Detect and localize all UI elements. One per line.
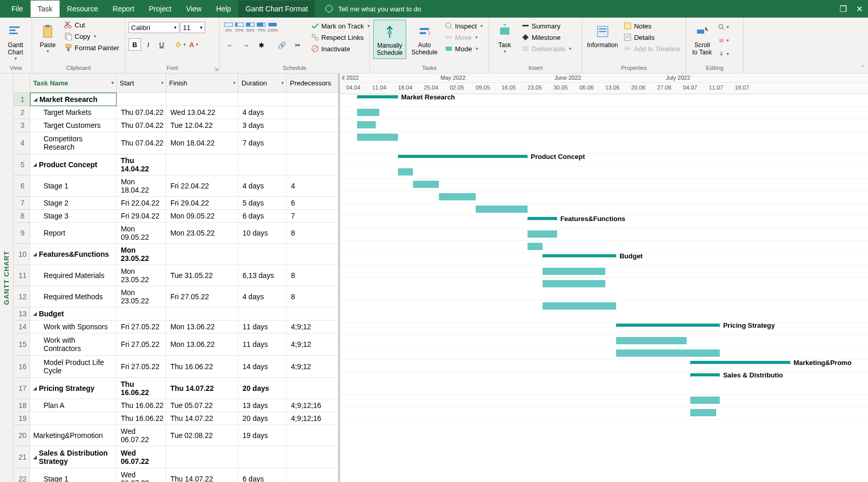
cell-start[interactable]: Fri 27.05.22 — [117, 333, 166, 356]
select-all-header[interactable] — [13, 74, 30, 93]
cell-pred[interactable] — [287, 446, 338, 469]
summary-button[interactable]: Summary — [519, 21, 574, 31]
cell-task-name[interactable]: Required Materials — [30, 265, 117, 286]
cell-dur[interactable]: 19 days — [238, 425, 287, 446]
column-task-name[interactable]: Task Name▾ — [30, 74, 117, 93]
cell-start[interactable]: Thu 14.04.22 — [117, 154, 166, 176]
row-number[interactable]: 12 — [13, 286, 30, 308]
cell-task-name[interactable]: Target Markets — [30, 106, 117, 119]
gantt-task-bar[interactable] — [543, 268, 605, 275]
table-row[interactable]: 13◢Budget — [13, 308, 338, 320]
table-row[interactable]: 21◢Sales & Distribution StrategyWed 06.0… — [13, 446, 338, 469]
cell-dur[interactable] — [238, 244, 287, 265]
cell-start[interactable] — [117, 93, 166, 106]
row-number[interactable]: 19 — [13, 412, 30, 425]
row-number[interactable]: 18 — [13, 399, 30, 412]
cell-finish[interactable] — [166, 154, 238, 176]
cell-start[interactable]: Wed 06.07.22 — [117, 469, 166, 482]
tab-file[interactable]: File — [4, 1, 31, 17]
cell-dur[interactable]: 4 days — [238, 106, 287, 119]
row-number[interactable]: 13 — [13, 308, 30, 320]
column-predecessors[interactable]: Predecessors — [287, 74, 338, 93]
notes-button[interactable]: Notes — [621, 21, 682, 31]
table-row[interactable]: 15Work with ContractorsFri 27.05.22Mon 1… — [13, 333, 338, 356]
cell-pred[interactable]: 4;9;12 — [287, 320, 338, 333]
bold-button[interactable]: B — [129, 38, 141, 51]
cell-finish[interactable]: Tue 05.07.22 — [166, 399, 238, 412]
cell-task-name[interactable]: ◢Product Concept — [30, 154, 117, 176]
cell-start[interactable]: Fri 27.05.22 — [117, 320, 166, 333]
table-row[interactable]: 12Required MethodsMon 23.05.22Fri 27.05.… — [13, 286, 338, 308]
cell-start[interactable] — [117, 308, 166, 320]
table-row[interactable]: 3Target CustomersThu 07.04.22Tue 12.04.2… — [13, 119, 338, 132]
cell-dur[interactable]: 4 days — [238, 176, 287, 197]
cell-pred[interactable]: 4;9;12 — [287, 356, 338, 378]
row-number[interactable]: 15 — [13, 333, 30, 356]
cell-task-name[interactable]: ◢Pricing Strategy — [30, 378, 117, 399]
cell-pred[interactable]: 4 — [287, 176, 338, 197]
row-number[interactable]: 8 — [13, 210, 30, 223]
table-row[interactable]: 9ReportMon 09.05.22Mon 23.05.2210 days8 — [13, 223, 338, 244]
tab-view[interactable]: View — [179, 1, 209, 17]
milestone-button[interactable]: Milestone — [519, 32, 574, 42]
cell-finish[interactable] — [166, 244, 238, 265]
cell-dur[interactable]: 3 days — [238, 119, 287, 132]
cell-finish[interactable]: Fri 29.04.22 — [166, 197, 238, 210]
tab-gantt-format[interactable]: Gantt Chart Format — [238, 1, 316, 17]
table-row[interactable]: 17◢Pricing StrategyThu 16.06.22Thu 14.07… — [13, 378, 338, 399]
cell-finish[interactable]: Tue 12.04.22 — [166, 119, 238, 132]
cell-dur[interactable]: 20 days — [238, 412, 287, 425]
clear-button[interactable] — [717, 34, 730, 47]
cell-finish[interactable]: Mon 09.05.22 — [166, 210, 238, 223]
row-number[interactable]: 20 — [13, 425, 30, 446]
table-row[interactable]: 6Stage 1Mon 18.04.22Fri 22.04.224 days4 — [13, 176, 338, 197]
tab-task[interactable]: Task — [31, 1, 60, 17]
cell-task-name[interactable]: ◢Features&Functions — [30, 244, 117, 265]
cell-start[interactable]: Mon 23.05.22 — [117, 244, 166, 265]
gantt-task-bar[interactable] — [528, 243, 543, 250]
row-number[interactable]: 16 — [13, 356, 30, 378]
tab-report[interactable]: Report — [105, 1, 141, 17]
gantt-task-bar[interactable] — [476, 206, 528, 213]
gantt-summary-bar[interactable] — [616, 324, 720, 327]
cell-finish[interactable]: Mon 23.05.22 — [166, 223, 238, 244]
row-number[interactable]: 1 — [13, 93, 30, 106]
row-number[interactable]: 10 — [13, 244, 30, 265]
cell-task-name[interactable]: ◢Market Research — [30, 93, 117, 106]
cell-start[interactable]: Thu 07.04.22 — [117, 119, 166, 132]
auto-schedule-button[interactable]: Auto Schedule — [408, 20, 440, 58]
cell-finish[interactable] — [166, 308, 238, 320]
cell-pred[interactable]: 4;9;12;16 — [287, 412, 338, 425]
cell-finish[interactable]: Thu 14.07.22 — [166, 412, 238, 425]
gantt-task-bar[interactable] — [357, 134, 398, 141]
link-button[interactable]: 🔗 — [276, 39, 288, 51]
cell-task-name[interactable]: Target Customers — [30, 119, 117, 132]
row-number[interactable]: 17 — [13, 378, 30, 399]
mark-on-track-button[interactable]: Mark on Track — [309, 21, 372, 31]
cell-finish[interactable]: Mon 13.06.22 — [166, 333, 238, 356]
cell-task-name[interactable]: Stage 2 — [30, 197, 117, 210]
cell-task-name[interactable]: Work with Sponsors — [30, 320, 117, 333]
gantt-chart-button[interactable]: Gantt Chart ▾ — [3, 20, 28, 63]
font-size-select[interactable]: 11▾ — [180, 22, 205, 33]
tab-project[interactable]: Project — [141, 1, 179, 17]
cell-task-name[interactable]: Competitors Research — [30, 132, 117, 154]
table-row[interactable]: 20Marketing&PromotionWed 06.07.22Tue 02.… — [13, 425, 338, 446]
font-name-select[interactable]: Calibri▾ — [129, 22, 179, 33]
cell-pred[interactable] — [287, 154, 338, 176]
gantt-task-bar[interactable] — [690, 397, 720, 404]
column-finish[interactable]: Finish▾ — [166, 74, 238, 93]
gantt-summary-bar[interactable] — [398, 155, 528, 158]
cell-finish[interactable]: Tue 31.05.22 — [166, 265, 238, 286]
details-button[interactable]: Details — [621, 32, 682, 42]
inspect-button[interactable]: Inspect — [443, 21, 485, 31]
gantt-task-bar[interactable] — [543, 302, 617, 310]
cell-task-name[interactable]: Plan A — [30, 399, 117, 412]
cell-pred[interactable]: 7 — [287, 210, 338, 223]
scroll-to-task-button[interactable]: Scroll to Task — [689, 20, 715, 58]
table-row[interactable]: 5◢Product ConceptThu 14.04.22 — [13, 154, 338, 176]
table-row[interactable]: 2Target MarketsThu 07.04.22Wed 13.04.224… — [13, 106, 338, 119]
copy-button[interactable]: Copy — [62, 31, 121, 41]
gantt-task-bar[interactable] — [413, 181, 439, 188]
cell-task-name[interactable]: Required Methods — [30, 286, 117, 308]
